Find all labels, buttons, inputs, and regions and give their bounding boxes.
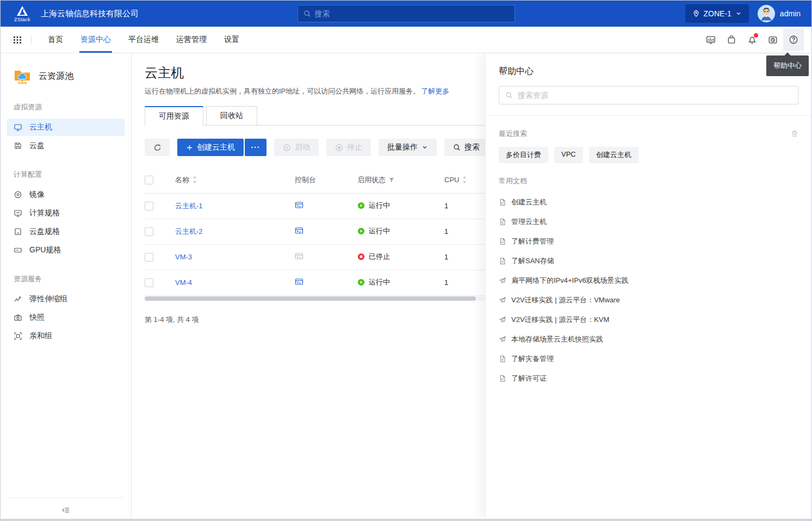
- table-search-button[interactable]: 搜索: [444, 139, 488, 156]
- sidebar-item-label: 云盘: [29, 141, 45, 151]
- doc-link[interactable]: 扁平网络下的IPv4+IPv6双栈场景实践: [499, 271, 798, 290]
- row-checkbox[interactable]: [145, 227, 153, 236]
- doc-link[interactable]: 创建云主机: [499, 193, 798, 212]
- console-monitor-button[interactable]: [701, 29, 721, 51]
- vm-name-link[interactable]: VM-4: [175, 278, 192, 287]
- horizontal-scrollbar[interactable]: [145, 296, 486, 301]
- notifications-button[interactable]: [742, 29, 763, 51]
- more-actions-button[interactable]: ···: [245, 139, 266, 156]
- doc-link[interactable]: 了解许可证: [499, 369, 798, 388]
- sort-icon[interactable]: [192, 176, 197, 183]
- sidebar-title: 云资源池: [39, 71, 73, 82]
- sidebar-item[interactable]: 弹性伸缩组: [7, 290, 125, 308]
- vm-table: 名称 控制台 启用状态 CPU 云主机-1运行中1云主机-2运行中1VM-3已停…: [145, 167, 486, 296]
- help-search[interactable]: [499, 86, 798, 104]
- doc-link[interactable]: 了解灾备管理: [499, 349, 798, 369]
- sidebar-item[interactable]: 云盘: [7, 137, 125, 154]
- sort-icon[interactable]: [462, 176, 467, 183]
- doc-icon: [499, 238, 506, 245]
- doc-icon: [499, 375, 506, 382]
- batch-actions-button[interactable]: 批量操作: [379, 139, 437, 156]
- vm-name-link[interactable]: 云主机-2: [175, 227, 203, 235]
- stop-circle-icon: [335, 144, 343, 152]
- marketplace-button[interactable]: [721, 29, 742, 51]
- sidebar-item[interactable]: 镜像: [7, 186, 125, 203]
- help-search-input[interactable]: [518, 91, 792, 100]
- volume-spec-icon: [14, 227, 22, 236]
- top-nav-item[interactable]: 首页: [39, 27, 72, 53]
- user-menu[interactable]: admin: [758, 5, 801, 22]
- vm-name-link[interactable]: VM-3: [175, 253, 192, 261]
- recent-search-label: 最近搜索: [499, 129, 527, 139]
- sidebar-item[interactable]: 亲和组: [7, 327, 125, 345]
- doc-link[interactable]: 管理云主机: [499, 212, 798, 232]
- notification-badge: [754, 33, 758, 38]
- row-checkbox[interactable]: [145, 278, 153, 287]
- console-icon[interactable]: [295, 252, 303, 260]
- cpu-value: 1: [444, 278, 448, 287]
- column-status: 启用状态: [357, 175, 386, 185]
- sidebar-item[interactable]: 云盘规格: [7, 223, 125, 240]
- sidebar-collapse-button[interactable]: [8, 498, 123, 521]
- row-checkbox[interactable]: [145, 253, 153, 262]
- tab-available-resources[interactable]: 可用资源: [145, 106, 203, 126]
- console-icon[interactable]: [295, 201, 303, 209]
- sidebar-item-label: 镜像: [29, 190, 45, 200]
- row-checkbox[interactable]: [145, 202, 153, 210]
- nav-divider: [31, 35, 32, 44]
- select-all-checkbox[interactable]: [145, 176, 153, 184]
- stop-label: 停止: [347, 142, 362, 152]
- doc-link[interactable]: 了解SAN存储: [499, 251, 798, 271]
- doc-link-label: V2V迁移实践 | 源云平台：KVM: [511, 315, 609, 325]
- sidebar-item[interactable]: GPU规格: [7, 241, 125, 259]
- top-nav-item[interactable]: 运营管理: [168, 27, 215, 53]
- doc-list: 创建云主机管理云主机了解计费管理了解SAN存储扁平网络下的IPv4+IPv6双栈…: [499, 193, 798, 388]
- cpu-value: 1: [444, 202, 448, 210]
- create-vm-button[interactable]: 创建云主机: [177, 139, 244, 156]
- scrollbar-thumb[interactable]: [145, 296, 476, 301]
- zone-selector[interactable]: ZONE-1: [685, 4, 749, 23]
- top-nav-item[interactable]: 设置: [215, 27, 248, 53]
- recent-search-tags: 多价目计费VPC创建云主机: [499, 147, 798, 163]
- console-icon[interactable]: [295, 277, 303, 286]
- recent-search-tag[interactable]: 多价目计费: [499, 147, 548, 163]
- filter-icon[interactable]: [388, 177, 395, 183]
- sidebar-item[interactable]: 快照: [7, 309, 125, 326]
- cpu-value: 1: [444, 253, 448, 261]
- sidebar-item[interactable]: 计算规格: [7, 204, 125, 222]
- top-nav-item[interactable]: 资源中心: [72, 27, 120, 53]
- recent-search-tag[interactable]: 创建云主机: [589, 147, 639, 163]
- sidebar-item[interactable]: 云主机: [7, 119, 125, 136]
- operation-log-button[interactable]: [763, 29, 783, 51]
- doc-link[interactable]: 本地存储场景云主机快照实践: [499, 330, 798, 349]
- scaling-icon: [14, 295, 22, 303]
- table-row: VM-3已停止1: [145, 244, 486, 270]
- learn-more-link[interactable]: 了解更多: [421, 87, 449, 95]
- collapse-sidebar-icon: [61, 506, 70, 514]
- global-search[interactable]: [297, 5, 515, 22]
- refresh-button[interactable]: [145, 139, 170, 156]
- sidebar-section-label: 计算配置: [1, 156, 131, 185]
- status-running-icon: [357, 202, 365, 209]
- doc-link[interactable]: 了解计费管理: [499, 232, 798, 251]
- help-button[interactable]: [783, 29, 804, 51]
- send-icon: [499, 277, 506, 284]
- doc-icon: [499, 218, 506, 226]
- recent-search-tag[interactable]: VPC: [554, 147, 583, 163]
- tab-recycle-bin[interactable]: 回收站: [206, 106, 257, 126]
- sidebar-item-label: 快照: [29, 313, 45, 322]
- global-search-input[interactable]: [315, 9, 509, 18]
- vm-name-link[interactable]: 云主机-1: [175, 202, 203, 210]
- stop-button[interactable]: 停止: [326, 139, 371, 156]
- zone-label: ZONE-1: [704, 9, 732, 18]
- table-row: VM-4运行中1: [145, 270, 486, 295]
- console-icon[interactable]: [295, 226, 303, 235]
- doc-link[interactable]: V2V迁移实践 | 源云平台：KVM: [499, 310, 798, 330]
- top-nav-item[interactable]: 平台运维: [120, 27, 168, 53]
- doc-link[interactable]: V2V迁移实践 | 源云平台：VMware: [499, 290, 798, 310]
- table-search-label: 搜索: [464, 142, 480, 152]
- clear-recent-trash-icon[interactable]: [791, 130, 798, 138]
- start-button[interactable]: 启动: [274, 139, 319, 156]
- zstack-logo[interactable]: ZStack: [8, 5, 36, 22]
- apps-grid-button[interactable]: [8, 30, 27, 49]
